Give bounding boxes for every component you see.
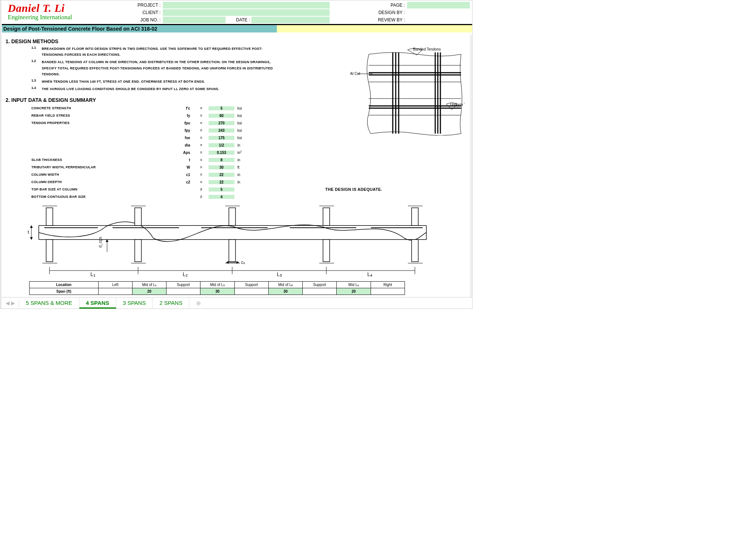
design-method-item: 1.1BREAKDOWN OF FLOOR INTO DESIGN STRIPS… xyxy=(31,46,275,58)
span-table-header: Mid of L₃ xyxy=(268,282,302,288)
input-unit: ksi xyxy=(234,136,253,140)
input-unit: in xyxy=(234,158,253,162)
sheet-tab[interactable]: 5 SPANS & MORE xyxy=(19,297,79,309)
client-input[interactable] xyxy=(163,9,330,16)
dm-text: THE VARIOUS LIVE LOADING CONDITIONS SHOU… xyxy=(42,86,275,92)
input-symbol: f'c xyxy=(172,106,194,110)
span-cell xyxy=(234,288,268,295)
svg-rect-27 xyxy=(229,208,236,226)
page-input[interactable] xyxy=(407,2,470,8)
svg-rect-25 xyxy=(135,208,141,226)
input-value[interactable]: 243 xyxy=(209,128,234,133)
svg-rect-24 xyxy=(46,240,53,262)
project-input[interactable] xyxy=(163,2,330,8)
span-cell[interactable]: 30 xyxy=(268,288,302,295)
L2-label: L₂ xyxy=(183,271,188,277)
span-row-label: Span (ft) xyxy=(30,288,99,295)
input-unit: ksi xyxy=(234,128,253,133)
dm-text: BREAKDOWN OF FLOOR INTO DESIGN STRIPS IN… xyxy=(42,46,275,58)
input-eq: # xyxy=(194,187,209,192)
input-label: COLUMN WIDTH xyxy=(31,173,172,176)
input-unit: ft xyxy=(234,165,253,169)
sheet-tab[interactable]: 4 SPANS xyxy=(79,297,116,309)
designby-input[interactable] xyxy=(407,9,470,16)
input-row: TOP BAR SIZE AT COLUMN#5 xyxy=(31,186,468,193)
input-value[interactable]: 0.153 xyxy=(209,151,234,155)
tab-prev-icon[interactable]: ◀ xyxy=(6,300,10,306)
input-value[interactable]: 4 xyxy=(209,195,234,199)
input-row: TRIBUTARY WIDTH, PERPENDICULARW=30ft xyxy=(31,164,468,171)
logo-name: Daniel T. Li xyxy=(8,2,118,14)
span-table-header: Right xyxy=(371,282,405,288)
span-cell[interactable]: 20 xyxy=(132,288,166,295)
span-table-header: Location xyxy=(30,282,99,288)
input-symbol: c2 xyxy=(172,180,194,184)
input-unit: ksi xyxy=(234,121,253,125)
jobno-label: JOB NO. : xyxy=(118,17,163,23)
input-eq: # xyxy=(194,195,209,199)
input-value[interactable]: 22 xyxy=(209,173,234,177)
input-value[interactable]: 175 xyxy=(209,136,234,140)
span-cell[interactable]: 20 xyxy=(337,288,371,295)
svg-rect-29 xyxy=(323,208,330,226)
input-row: Aps=0.153in2 xyxy=(31,149,468,156)
scrollbar-right[interactable] xyxy=(470,35,472,297)
adequate-msg: THE DESIGN IS ADEQUATE. xyxy=(325,187,382,192)
input-label: BOTTOM CONTIUOUS BAR SIZE xyxy=(31,195,172,199)
sheet-tab[interactable]: 2 SPANS xyxy=(153,297,189,309)
page-label: PAGE : xyxy=(352,3,407,8)
input-eq: = xyxy=(194,136,209,140)
project-label: PROJECT : xyxy=(118,3,163,8)
date-input[interactable] xyxy=(251,17,330,23)
tab-next-icon[interactable]: ▶ xyxy=(11,300,15,306)
input-eq: = xyxy=(194,158,209,162)
svg-rect-30 xyxy=(323,240,330,262)
dm-text: WHEN TENDON LESS THAN 140 FT, STRESS AT … xyxy=(42,79,275,85)
span-table: LocationLeftMid of L₁SupportMid of L₂Sup… xyxy=(29,281,405,295)
logo-block: Daniel T. Li Engineering International xyxy=(8,2,118,21)
dm-num: 1.2 xyxy=(31,59,42,77)
input-label: COLUMN DEEPTH xyxy=(31,180,172,184)
span-cell xyxy=(98,288,132,295)
designby-label: DESIGN BY : xyxy=(352,10,407,15)
tab-nav: ◀ ▶ xyxy=(2,297,19,309)
section1-heading: 1. DESIGN METHODS xyxy=(6,38,468,44)
input-value[interactable]: 5 xyxy=(209,187,234,192)
reviewby-input[interactable] xyxy=(407,17,470,23)
sheet-tab[interactable]: 3 SPANS xyxy=(116,297,153,309)
svg-rect-32 xyxy=(412,240,418,262)
input-value[interactable]: 1/2 xyxy=(209,143,234,147)
input-symbol: fpu xyxy=(172,121,194,125)
input-symbol: t xyxy=(172,158,194,162)
input-value[interactable]: 60 xyxy=(209,114,234,118)
input-unit: in2 xyxy=(234,150,253,155)
svg-rect-31 xyxy=(412,208,418,226)
input-value[interactable]: 22 xyxy=(209,180,234,184)
input-eq: = xyxy=(194,128,209,133)
jobno-input[interactable] xyxy=(163,17,226,23)
input-value[interactable]: 8 xyxy=(209,158,234,162)
input-eq: = xyxy=(194,173,209,177)
input-eq: = xyxy=(194,121,209,125)
banded-label: Banded Tendons xyxy=(413,47,441,51)
dcgs-label: d_cgs xyxy=(98,237,102,248)
input-eq: = xyxy=(194,151,209,155)
svg-rect-28 xyxy=(229,240,236,262)
input-row: COLUMN DEEPTHc2=22in xyxy=(31,178,468,186)
span-table-header: Support xyxy=(303,282,337,288)
input-row: COLUMN WIDTHc1=22in xyxy=(31,171,468,178)
input-row: SLAB THICKNESSt=8in xyxy=(31,156,468,164)
input-value[interactable]: 270 xyxy=(209,121,234,125)
input-value[interactable]: 5 xyxy=(209,106,234,110)
input-symbol: fy xyxy=(172,114,194,118)
client-label: CLIENT : xyxy=(118,10,163,15)
input-symbol: fse xyxy=(172,136,194,140)
logo-sub: Engineering International xyxy=(8,14,118,21)
span-cell[interactable]: 30 xyxy=(200,288,234,295)
input-value[interactable]: 30 xyxy=(209,165,234,169)
uniform-label: Uniform Tendons xyxy=(450,103,465,107)
span-cell xyxy=(371,288,405,295)
add-sheet-button[interactable]: ⊕ xyxy=(189,297,207,309)
input-label: TOP BAR SIZE AT COLUMN xyxy=(31,187,172,191)
input-label: TRIBUTARY WIDTH, PERPENDICULAR xyxy=(31,165,172,169)
